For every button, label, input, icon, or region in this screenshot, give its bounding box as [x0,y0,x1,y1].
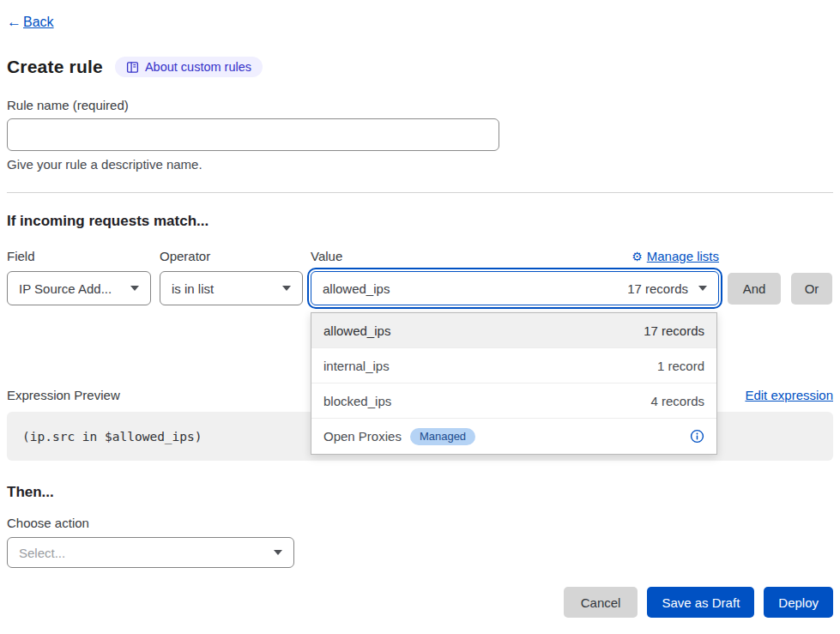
dropdown-item-internal-ips[interactable]: internal_ips 1 record [311,348,716,383]
edit-expression-link[interactable]: Edit expression [745,388,833,402]
back-arrow-icon: ← [7,14,21,31]
field-select[interactable]: IP Source Add... [7,271,151,305]
about-custom-rules-link[interactable]: About custom rules [115,57,263,77]
cancel-button[interactable]: Cancel [564,587,638,618]
section-divider [7,192,833,193]
operator-label: Operator [160,249,311,263]
operator-select[interactable]: is in list [160,271,303,305]
value-label: Value [311,249,342,263]
action-select[interactable]: Select... [7,537,294,568]
value-selected-name: allowed_ips [323,281,390,296]
choose-action-label: Choose action [7,516,833,530]
chevron-down-icon [282,286,291,291]
manage-lists-label: Manage lists [647,249,719,263]
value-select[interactable]: allowed_ips 17 records [311,271,719,305]
action-select-placeholder: Select... [19,546,65,560]
rule-name-label: Rule name (required) [7,98,833,112]
manage-lists-link[interactable]: ⚙ Manage lists [632,249,719,263]
match-heading: If incoming requests match... [7,213,833,230]
and-button[interactable]: And [728,273,781,305]
chevron-down-icon [130,286,139,291]
chevron-down-icon [698,286,707,291]
book-icon [126,61,139,74]
back-link[interactable]: ←Back [7,14,54,31]
value-selected-count: 17 records [627,281,688,296]
rule-name-input[interactable] [7,118,499,151]
expression-preview-label: Expression Preview [7,388,120,402]
rule-name-helper-text: Give your rule a descriptive name. [7,157,833,172]
dropdown-item-allowed-ips[interactable]: allowed_ips 17 records [311,313,716,348]
chevron-down-icon [274,550,282,555]
field-selected-value: IP Source Add... [19,281,112,296]
value-select-wrapper: allowed_ips 17 records allowed_ips 17 re… [311,271,719,305]
then-heading: Then... [7,484,833,501]
page-title: Create rule [7,57,103,77]
list-name: blocked_ips [323,394,391,408]
gear-icon: ⚙ [632,251,643,263]
list-name: Open Proxies [323,429,402,444]
deploy-button[interactable]: Deploy [764,587,833,618]
or-button[interactable]: Or [791,273,832,305]
list-name: internal_ips [323,359,390,373]
list-name: allowed_ips [323,323,390,338]
list-record-count: 4 records [650,394,704,408]
dropdown-item-open-proxies[interactable]: Open Proxies Managed [311,419,716,454]
operator-selected-value: is in list [172,281,214,296]
field-label: Field [7,249,160,263]
list-record-count: 1 record [657,359,704,373]
back-label: Back [23,15,54,30]
info-icon[interactable] [690,429,704,444]
save-as-draft-button[interactable]: Save as Draft [647,587,754,618]
value-dropdown-menu: allowed_ips 17 records internal_ips 1 re… [311,312,717,455]
about-badge-label: About custom rules [145,60,251,74]
list-record-count: 17 records [644,323,704,338]
dropdown-item-blocked-ips[interactable]: blocked_ips 4 records [311,383,716,419]
create-rule-page: ←Back Create rule About custom rules Rul… [0,0,840,634]
managed-badge: Managed [410,428,475,445]
